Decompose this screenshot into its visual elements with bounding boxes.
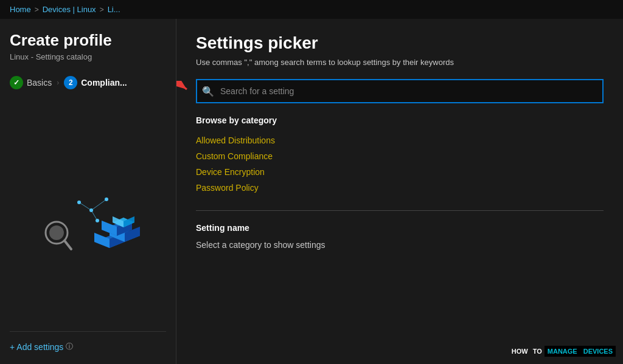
step-basics[interactable]: ✓ Basics xyxy=(10,76,52,89)
nav-current[interactable]: Li... xyxy=(108,5,120,14)
step-compliance[interactable]: 2 Complian... xyxy=(64,76,127,89)
watermark: HOW TO MANAGE DEVICES xyxy=(509,346,616,357)
nav-devices[interactable]: Devices | Linux xyxy=(43,5,96,14)
category-item-custom-compliance[interactable]: Custom Compliance xyxy=(196,148,604,164)
svg-line-9 xyxy=(91,210,97,221)
watermark-how: HOW xyxy=(509,346,531,356)
watermark-manage: MANAGE xyxy=(545,346,580,357)
nav-sep-2: > xyxy=(100,5,104,14)
step-2-label: Complian... xyxy=(81,78,127,88)
nav-sep-1: > xyxy=(35,5,39,14)
red-arrow-indicator xyxy=(176,81,196,99)
setting-name-header: Setting name xyxy=(196,223,604,233)
step-sep: › xyxy=(57,78,59,87)
watermark-devices: DEVICES xyxy=(580,346,616,357)
svg-line-8 xyxy=(79,202,91,210)
svg-line-7 xyxy=(91,199,106,210)
add-settings-link[interactable]: + Add settings ⓘ xyxy=(10,342,166,352)
cube-illustration xyxy=(33,169,143,266)
breadcrumb: Home > Devices | Linux > Li... xyxy=(0,0,623,19)
illustration-area xyxy=(10,109,166,326)
svg-marker-11 xyxy=(94,233,110,248)
step-1-icon: ✓ xyxy=(13,78,19,87)
page-subtitle: Linux - Settings catalog xyxy=(10,52,166,61)
nav-home[interactable]: Home xyxy=(10,5,31,14)
step-1-label: Basics xyxy=(27,78,52,88)
search-icon: 🔍 xyxy=(202,86,214,97)
setting-name-empty: Select a category to show settings xyxy=(196,240,604,250)
info-icon: ⓘ xyxy=(66,342,73,352)
settings-panel: Settings picker Use commas "," among sea… xyxy=(176,19,623,364)
step-2-circle: 2 xyxy=(64,76,77,89)
svg-point-1 xyxy=(49,225,64,240)
browse-category-title: Browse by category xyxy=(196,115,604,125)
sidebar-bottom: + Add settings ⓘ xyxy=(10,331,166,352)
steps-nav: ✓ Basics › 2 Complian... xyxy=(10,76,166,89)
category-item-password-policy[interactable]: Password Policy xyxy=(196,180,604,196)
settings-picker-subtitle: Use commas "," among search terms to loo… xyxy=(196,58,604,67)
search-container: 🔍 xyxy=(196,79,604,103)
search-input[interactable] xyxy=(196,79,604,103)
step-1-circle: ✓ xyxy=(10,76,23,89)
panel-divider xyxy=(196,210,604,211)
sidebar: Create profile Linux - Settings catalog … xyxy=(0,19,176,364)
svg-line-2 xyxy=(64,241,71,249)
add-settings-label: + Add settings xyxy=(10,342,63,352)
category-item-device-encryption[interactable]: Device Encryption xyxy=(196,164,604,180)
page-title: Create profile xyxy=(10,31,166,50)
watermark-to: TO xyxy=(531,346,545,356)
category-list: Allowed Distributions Custom Compliance … xyxy=(196,132,604,196)
category-item-allowed-distributions[interactable]: Allowed Distributions xyxy=(196,132,604,148)
step-2-num: 2 xyxy=(69,78,73,87)
settings-picker-title: Settings picker xyxy=(196,33,604,53)
